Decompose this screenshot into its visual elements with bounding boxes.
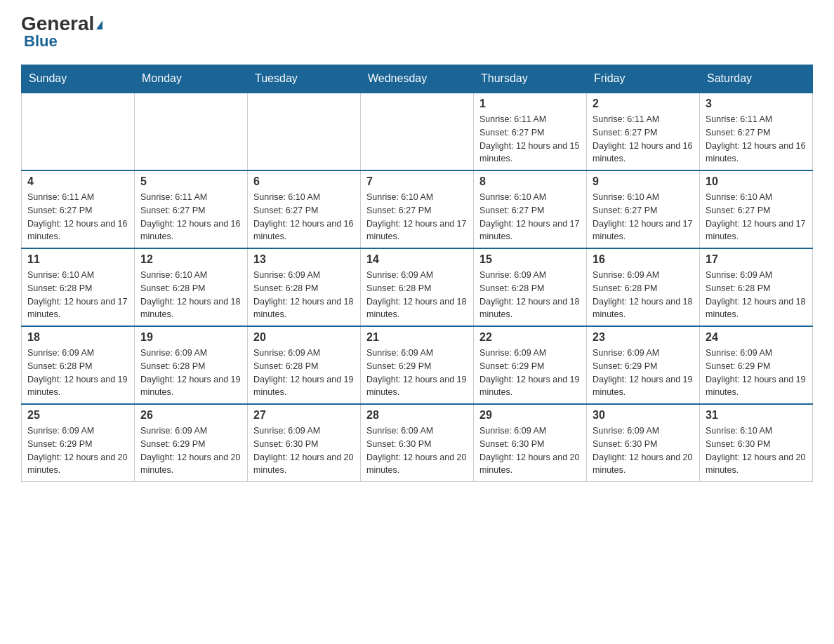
day-info: Sunrise: 6:10 AMSunset: 6:28 PMDaylight:… bbox=[27, 269, 128, 321]
calendar-cell: 11Sunrise: 6:10 AMSunset: 6:28 PMDayligh… bbox=[22, 248, 135, 326]
calendar-cell: 12Sunrise: 6:10 AMSunset: 6:28 PMDayligh… bbox=[135, 248, 248, 326]
calendar-cell: 4Sunrise: 6:11 AMSunset: 6:27 PMDaylight… bbox=[22, 170, 135, 248]
day-number: 9 bbox=[593, 175, 694, 188]
calendar-week-1: 1Sunrise: 6:11 AMSunset: 6:27 PMDaylight… bbox=[22, 93, 813, 170]
day-number: 15 bbox=[479, 253, 581, 266]
calendar-cell: 20Sunrise: 6:09 AMSunset: 6:28 PMDayligh… bbox=[248, 326, 361, 404]
day-info: Sunrise: 6:09 AMSunset: 6:29 PMDaylight:… bbox=[140, 424, 241, 477]
day-number: 5 bbox=[140, 175, 241, 188]
calendar-header-row: SundayMondayTuesdayWednesdayThursdayFrid… bbox=[22, 65, 813, 93]
calendar-header-thursday: Thursday bbox=[474, 65, 587, 93]
calendar-week-2: 4Sunrise: 6:11 AMSunset: 6:27 PMDaylight… bbox=[22, 170, 813, 248]
calendar-cell: 13Sunrise: 6:09 AMSunset: 6:28 PMDayligh… bbox=[248, 248, 361, 326]
calendar-header-friday: Friday bbox=[587, 65, 700, 93]
day-number: 20 bbox=[253, 331, 355, 344]
day-info: Sunrise: 6:09 AMSunset: 6:28 PMDaylight:… bbox=[366, 269, 468, 321]
day-number: 4 bbox=[27, 175, 128, 188]
day-number: 31 bbox=[706, 409, 807, 422]
calendar-table: SundayMondayTuesdayWednesdayThursdayFrid… bbox=[21, 65, 813, 482]
calendar-cell: 16Sunrise: 6:09 AMSunset: 6:28 PMDayligh… bbox=[587, 248, 700, 326]
calendar-header-tuesday: Tuesday bbox=[248, 65, 361, 93]
day-info: Sunrise: 6:10 AMSunset: 6:27 PMDaylight:… bbox=[706, 191, 807, 243]
day-info: Sunrise: 6:10 AMSunset: 6:27 PMDaylight:… bbox=[479, 191, 581, 243]
logo: General Blue bbox=[21, 14, 102, 51]
day-number: 11 bbox=[27, 253, 128, 266]
day-info: Sunrise: 6:09 AMSunset: 6:30 PMDaylight:… bbox=[366, 424, 468, 477]
day-info: Sunrise: 6:09 AMSunset: 6:28 PMDaylight:… bbox=[706, 269, 807, 321]
calendar-cell bbox=[135, 93, 248, 170]
day-info: Sunrise: 6:11 AMSunset: 6:27 PMDaylight:… bbox=[27, 191, 128, 243]
calendar-week-4: 18Sunrise: 6:09 AMSunset: 6:28 PMDayligh… bbox=[22, 326, 813, 404]
day-number: 17 bbox=[706, 253, 807, 266]
day-info: Sunrise: 6:09 AMSunset: 6:30 PMDaylight:… bbox=[593, 424, 694, 477]
calendar-cell: 25Sunrise: 6:09 AMSunset: 6:29 PMDayligh… bbox=[22, 404, 135, 482]
calendar-cell: 24Sunrise: 6:09 AMSunset: 6:29 PMDayligh… bbox=[700, 326, 813, 404]
day-number: 22 bbox=[479, 331, 581, 344]
day-info: Sunrise: 6:10 AMSunset: 6:27 PMDaylight:… bbox=[593, 191, 694, 243]
calendar-cell bbox=[22, 93, 135, 170]
day-info: Sunrise: 6:09 AMSunset: 6:30 PMDaylight:… bbox=[253, 424, 355, 477]
logo-general-text: General bbox=[21, 14, 102, 34]
calendar-cell: 27Sunrise: 6:09 AMSunset: 6:30 PMDayligh… bbox=[248, 404, 361, 482]
calendar-cell bbox=[361, 93, 474, 170]
day-number: 6 bbox=[253, 175, 355, 188]
calendar-header-sunday: Sunday bbox=[22, 65, 135, 93]
day-info: Sunrise: 6:11 AMSunset: 6:27 PMDaylight:… bbox=[706, 113, 807, 166]
calendar-cell: 29Sunrise: 6:09 AMSunset: 6:30 PMDayligh… bbox=[474, 404, 587, 482]
day-info: Sunrise: 6:09 AMSunset: 6:28 PMDaylight:… bbox=[479, 269, 581, 321]
day-number: 27 bbox=[253, 409, 355, 422]
day-number: 8 bbox=[479, 175, 581, 188]
calendar-cell: 7Sunrise: 6:10 AMSunset: 6:27 PMDaylight… bbox=[361, 170, 474, 248]
day-info: Sunrise: 6:09 AMSunset: 6:29 PMDaylight:… bbox=[366, 347, 468, 399]
day-number: 12 bbox=[140, 253, 241, 266]
day-number: 24 bbox=[706, 331, 807, 344]
day-info: Sunrise: 6:10 AMSunset: 6:27 PMDaylight:… bbox=[366, 191, 468, 243]
day-info: Sunrise: 6:09 AMSunset: 6:29 PMDaylight:… bbox=[479, 347, 581, 399]
calendar-cell: 9Sunrise: 6:10 AMSunset: 6:27 PMDaylight… bbox=[587, 170, 700, 248]
day-info: Sunrise: 6:11 AMSunset: 6:27 PMDaylight:… bbox=[479, 113, 581, 166]
calendar-cell: 26Sunrise: 6:09 AMSunset: 6:29 PMDayligh… bbox=[135, 404, 248, 482]
calendar-cell: 2Sunrise: 6:11 AMSunset: 6:27 PMDaylight… bbox=[587, 93, 700, 170]
calendar-week-3: 11Sunrise: 6:10 AMSunset: 6:28 PMDayligh… bbox=[22, 248, 813, 326]
calendar-cell: 1Sunrise: 6:11 AMSunset: 6:27 PMDaylight… bbox=[474, 93, 587, 170]
day-number: 14 bbox=[366, 253, 468, 266]
calendar-header-saturday: Saturday bbox=[700, 65, 813, 93]
day-number: 1 bbox=[479, 98, 581, 110]
day-info: Sunrise: 6:09 AMSunset: 6:28 PMDaylight:… bbox=[140, 347, 241, 399]
calendar-cell: 28Sunrise: 6:09 AMSunset: 6:30 PMDayligh… bbox=[361, 404, 474, 482]
calendar-cell: 18Sunrise: 6:09 AMSunset: 6:28 PMDayligh… bbox=[22, 326, 135, 404]
day-number: 28 bbox=[366, 409, 468, 422]
day-info: Sunrise: 6:09 AMSunset: 6:29 PMDaylight:… bbox=[593, 347, 694, 399]
day-number: 29 bbox=[479, 409, 581, 422]
day-info: Sunrise: 6:09 AMSunset: 6:29 PMDaylight:… bbox=[27, 424, 128, 477]
day-number: 26 bbox=[140, 409, 241, 422]
day-number: 7 bbox=[366, 175, 468, 188]
day-number: 19 bbox=[140, 331, 241, 344]
day-number: 23 bbox=[593, 331, 694, 344]
day-info: Sunrise: 6:09 AMSunset: 6:29 PMDaylight:… bbox=[706, 347, 807, 399]
calendar-header-wednesday: Wednesday bbox=[361, 65, 474, 93]
calendar-cell: 3Sunrise: 6:11 AMSunset: 6:27 PMDaylight… bbox=[700, 93, 813, 170]
day-info: Sunrise: 6:11 AMSunset: 6:27 PMDaylight:… bbox=[593, 113, 694, 166]
day-number: 3 bbox=[706, 98, 807, 110]
calendar-cell: 31Sunrise: 6:10 AMSunset: 6:30 PMDayligh… bbox=[700, 404, 813, 482]
calendar-cell: 30Sunrise: 6:09 AMSunset: 6:30 PMDayligh… bbox=[587, 404, 700, 482]
calendar-cell: 23Sunrise: 6:09 AMSunset: 6:29 PMDayligh… bbox=[587, 326, 700, 404]
day-info: Sunrise: 6:09 AMSunset: 6:28 PMDaylight:… bbox=[253, 347, 355, 399]
calendar-cell bbox=[248, 93, 361, 170]
day-number: 13 bbox=[253, 253, 355, 266]
day-info: Sunrise: 6:11 AMSunset: 6:27 PMDaylight:… bbox=[140, 191, 241, 243]
calendar-cell: 15Sunrise: 6:09 AMSunset: 6:28 PMDayligh… bbox=[474, 248, 587, 326]
calendar-cell: 22Sunrise: 6:09 AMSunset: 6:29 PMDayligh… bbox=[474, 326, 587, 404]
day-info: Sunrise: 6:10 AMSunset: 6:30 PMDaylight:… bbox=[706, 424, 807, 477]
calendar-cell: 17Sunrise: 6:09 AMSunset: 6:28 PMDayligh… bbox=[700, 248, 813, 326]
calendar-cell: 10Sunrise: 6:10 AMSunset: 6:27 PMDayligh… bbox=[700, 170, 813, 248]
page-header: General Blue bbox=[21, 14, 813, 51]
logo-blue-text: Blue bbox=[24, 32, 58, 51]
day-number: 10 bbox=[706, 175, 807, 188]
day-info: Sunrise: 6:10 AMSunset: 6:27 PMDaylight:… bbox=[253, 191, 355, 243]
day-info: Sunrise: 6:10 AMSunset: 6:28 PMDaylight:… bbox=[140, 269, 241, 321]
day-number: 21 bbox=[366, 331, 468, 344]
calendar-cell: 5Sunrise: 6:11 AMSunset: 6:27 PMDaylight… bbox=[135, 170, 248, 248]
day-number: 2 bbox=[593, 98, 694, 110]
